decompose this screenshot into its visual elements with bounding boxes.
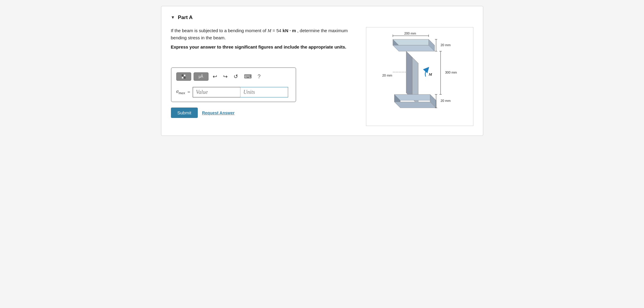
dim-20mm-web: 20 mm [382,74,392,77]
buttons-row: Submit Request Answer [171,108,360,118]
math-unit: kN · m [282,28,296,33]
redo-icon: ↪ [223,74,228,80]
left-content: If the beam is subjected to a bending mo… [171,27,360,126]
math-M: M [268,28,271,33]
mu-a-button[interactable]: μÅ [194,72,209,81]
dim-200mm: 200 mm [404,32,416,35]
help-icon: ? [258,74,261,80]
problem-statement: If the beam is subjected to a bending mo… [171,27,360,41]
reset-icon: ↺ [234,74,238,80]
svg-marker-0 [393,39,435,45]
main-card: ▼ Part A If the beam is subjected to a b… [161,6,483,136]
submit-button[interactable]: Submit [171,108,198,118]
svg-marker-3 [393,45,435,51]
svg-marker-12 [394,102,436,108]
request-answer-button[interactable]: Request Answer [202,111,234,115]
svg-marker-9 [394,94,436,100]
diagram-area: 200 mm 20 mm 300 mm 20 mm 20 mm [366,27,473,126]
math-equals: = 54 [271,28,282,33]
dim-300mm: 300 mm [445,71,457,74]
part-title: Part A [178,15,192,21]
units-input[interactable] [240,87,288,97]
matrix-button[interactable] [176,72,191,81]
toolbar: μÅ ↩ ↪ ↺ ⌨ [176,72,291,83]
reset-button[interactable]: ↺ [232,72,240,81]
answer-box: μÅ ↩ ↪ ↺ ⌨ [171,67,296,102]
keyboard-button[interactable]: ⌨ [242,72,254,81]
emphasis-text: Express your answer to three significant… [171,44,360,49]
dim-20mm-top: 20 mm [441,43,451,47]
undo-button[interactable]: ↩ [211,72,219,81]
equals-sign: = [188,90,190,95]
beam-diagram: 200 mm 20 mm 300 mm 20 mm 20 mm [378,30,461,123]
help-button[interactable]: ? [256,72,262,81]
content-area: If the beam is subjected to a bending mo… [171,27,473,126]
keyboard-icon: ⌨ [244,74,252,80]
undo-icon: ↩ [213,74,217,80]
sigma-label: σmax [176,89,185,95]
svg-marker-8 [406,51,412,99]
input-row: σmax = [176,87,291,97]
redo-button[interactable]: ↪ [221,72,229,81]
problem-prefix: If the beam is subjected to a bending mo… [171,28,268,33]
value-input[interactable] [193,87,240,97]
dim-20mm-bottom: 20 mm [441,99,451,102]
part-header: ▼ Part A [171,15,473,21]
collapse-arrow[interactable]: ▼ [171,15,175,20]
moment-label: M [428,72,432,77]
mu-a-label: μÅ [199,74,203,79]
